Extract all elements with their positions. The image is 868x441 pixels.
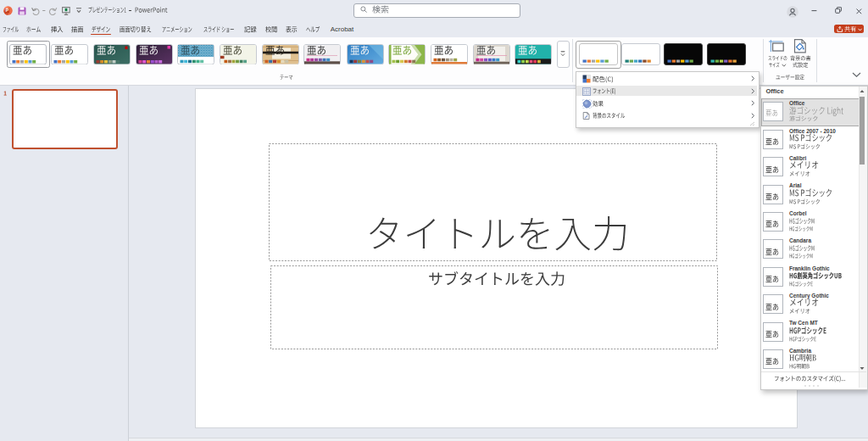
svg-text:P: P	[5, 8, 8, 13]
